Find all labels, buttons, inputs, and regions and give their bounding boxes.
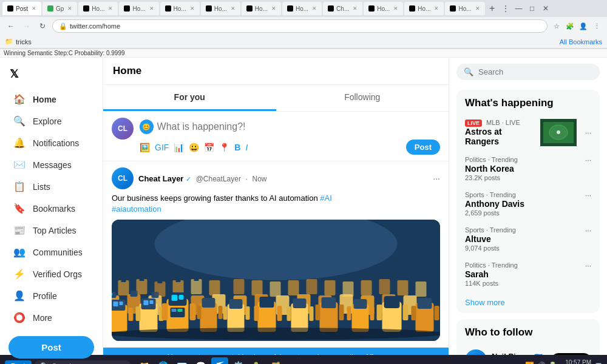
sidebar-item-lists[interactable]: 📋 Lists — [4, 176, 99, 197]
post-button[interactable]: Post — [8, 336, 94, 359]
compose-italic-icon[interactable]: I — [245, 143, 248, 152]
tab-4[interactable]: Ho... ✕ — [119, 2, 158, 15]
compose-schedule-icon[interactable]: 📅 — [204, 143, 214, 152]
minimize-btn[interactable]: — — [513, 2, 525, 15]
sidebar-item-communities[interactable]: 👥 Communities — [4, 241, 99, 263]
tab-5[interactable]: Ho... ✕ — [160, 2, 200, 15]
taskbar-chat[interactable]: 💬 — [192, 357, 209, 364]
trending-meta-sarah: Politics · Trending — [465, 261, 591, 269]
trending-menu-icon[interactable]: ··· — [585, 156, 591, 164]
tab-active[interactable]: Post ✕ — [2, 2, 41, 15]
compose-image-icon[interactable]: 🖼️ — [140, 143, 150, 152]
tweet-1-hashtag-ai[interactable]: #AI — [320, 194, 332, 203]
sidebar-item-profile[interactable]: 👤 Profile — [4, 285, 99, 306]
sidebar-item-more[interactable]: ⭕ More — [4, 307, 99, 328]
url-bar[interactable]: 🔒 twitter.com/home — [52, 19, 548, 33]
tab-following[interactable]: Following — [276, 85, 449, 111]
sidebar: 𝕏 🏠 Home 🔍 Explore 🔔 Notifications ✉️ Me… — [0, 58, 103, 355]
trending-mlb-menu[interactable]: ··· — [585, 129, 591, 137]
trending-item-north-korea[interactable]: ··· Politics · Trending North Korea 23.2… — [456, 151, 600, 186]
taskbar-time[interactable]: 10:57 PM 10/19/2023 — [561, 359, 591, 364]
tab-7[interactable]: Ho... ✕ — [242, 2, 281, 15]
sidebar-item-notifications[interactable]: 🔔 Notifications — [4, 132, 99, 153]
compose-post-button[interactable]: Post — [406, 140, 440, 155]
compose-area: CL 😊 🖼️ GIF 📊 😀 📅 📍 B I Post — [103, 112, 449, 161]
compose-location-icon[interactable]: 📍 — [219, 143, 229, 152]
forward-btn[interactable]: → — [21, 20, 33, 32]
tab-2[interactable]: Gp ✕ — [42, 2, 77, 15]
sidebar-item-top-articles[interactable]: 📰 Top Articles — [4, 220, 99, 241]
tweet-1[interactable]: CL Cheat Layer ✓ @CheatLayer · Now ··· O… — [103, 161, 449, 348]
tab-12[interactable]: Ho... ✕ — [445, 2, 484, 15]
taskbar-settings[interactable]: ⚙️ — [230, 357, 247, 364]
sidebar-item-explore[interactable]: 🔍 Explore — [4, 110, 99, 132]
compose-emoji-icon[interactable]: 😀 — [189, 143, 199, 152]
tab-10[interactable]: Ho... ✕ — [364, 2, 403, 15]
taskbar-file-explorer[interactable]: 📁 — [136, 357, 153, 364]
svg-rect-82 — [316, 305, 320, 320]
show-more-trending[interactable]: Show more — [456, 292, 600, 313]
tweet-1-menu[interactable]: ··· — [433, 174, 440, 183]
svg-rect-53 — [136, 306, 141, 321]
compose-gif-icon[interactable]: GIF — [155, 143, 169, 152]
svg-rect-81 — [322, 297, 336, 308]
tab-11[interactable]: Ho... ✕ — [404, 2, 444, 15]
start-button[interactable]: Post — [5, 360, 32, 364]
twitter-logo[interactable]: 𝕏 — [0, 62, 103, 88]
feed-title: Home — [113, 65, 141, 76]
tab-menu-btn[interactable]: ⋮ — [500, 2, 512, 15]
reload-btn[interactable]: ↻ — [36, 20, 49, 32]
taskbar-python[interactable]: 🐍 — [249, 357, 266, 364]
profile-icon[interactable]: 👤 — [578, 21, 589, 32]
tab-bar: Post ✕ Gp ✕ Ho... ✕ Ho... ✕ Ho... ✕ Ho..… — [0, 0, 607, 17]
extension-icon[interactable]: 🧩 — [565, 21, 575, 32]
follow-item-neil[interactable]: NP Neil Pierce 🇺🇦 @NeilRyanPierce Follow — [456, 343, 600, 355]
follow-section: Who to follow NP Neil Pierce 🇺🇦 @NeilRya… — [456, 319, 600, 355]
search-input[interactable] — [478, 67, 592, 76]
compose-input[interactable] — [157, 118, 440, 136]
tab-3[interactable]: Ho... ✕ — [78, 2, 118, 15]
svg-rect-58 — [179, 295, 184, 300]
tab-close-btn[interactable]: ✕ — [32, 5, 36, 12]
toast-view-btn[interactable]: View — [367, 352, 384, 355]
trending-item-anthony-davis[interactable]: ··· Sports · Trending Anthony Davis 2,65… — [456, 186, 600, 221]
trending-menu-altuve[interactable]: ··· — [585, 226, 591, 235]
trending-menu-sarah[interactable]: ··· — [585, 261, 591, 270]
sidebar-item-home[interactable]: 🏠 Home — [4, 89, 99, 110]
close-btn[interactable]: ✕ — [540, 2, 552, 15]
tab-9[interactable]: Ch... ✕ — [323, 2, 362, 15]
maximize-btn[interactable]: □ — [526, 2, 538, 15]
sidebar-item-bookmarks[interactable]: 🔖 Bookmarks — [4, 198, 99, 219]
trending-item-altuve[interactable]: ··· Sports · Trending Altuve 9,074 posts — [456, 221, 600, 257]
compose-bold-icon[interactable]: B — [234, 143, 240, 152]
taskbar-vscode[interactable] — [211, 357, 228, 364]
taskbar-extra1[interactable]: 🗂️ — [268, 357, 285, 364]
follow-button-neil[interactable]: Follow — [551, 353, 591, 355]
bookmark-star-icon[interactable]: ☆ — [551, 21, 562, 32]
menu-icon[interactable]: ⋮ — [591, 21, 602, 32]
trending-item-mlb[interactable]: LIVE MLB · LIVE Astros at Rangers ··· — [456, 114, 600, 151]
tab-6[interactable]: Ho... ✕ — [201, 2, 240, 15]
volume-icon: 🔊 — [537, 362, 546, 364]
sidebar-item-verified-orgs[interactable]: ⚡ Verified Orgs — [4, 263, 99, 285]
sidebar-item-messages[interactable]: ✉️ Messages — [4, 154, 99, 175]
back-btn[interactable]: ← — [5, 20, 17, 32]
compose-emoji: 😊 — [140, 120, 154, 134]
compose-poll-icon[interactable]: 📊 — [174, 143, 184, 152]
taskbar-mail[interactable]: 📧 — [174, 357, 191, 364]
svg-rect-22 — [398, 280, 409, 295]
tab-for-you[interactable]: For you — [103, 85, 276, 111]
all-bookmarks[interactable]: All Bookmarks — [560, 38, 602, 46]
tweet-1-hashtag-automation[interactable]: #aiautomation — [112, 204, 161, 214]
trending-item-sarah[interactable]: ··· Politics · Trending Sarah 114K posts — [456, 257, 600, 292]
bookmark-folder[interactable]: 📁 tricks — [5, 38, 32, 46]
search-input-wrap[interactable]: 🔍 — [456, 64, 600, 80]
tab-8[interactable]: Ho... ✕ — [282, 2, 322, 15]
trending-menu-ad[interactable]: ··· — [585, 191, 591, 200]
svg-rect-7 — [158, 278, 163, 283]
taskbar-search[interactable]: 🔍 Search — [34, 360, 131, 365]
tab-close-2[interactable]: ✕ — [67, 5, 72, 12]
new-tab-btn[interactable]: + — [486, 2, 498, 15]
taskbar-browser[interactable]: 🌐 — [155, 357, 172, 364]
tweet-1-timestamp: Now — [253, 175, 267, 183]
